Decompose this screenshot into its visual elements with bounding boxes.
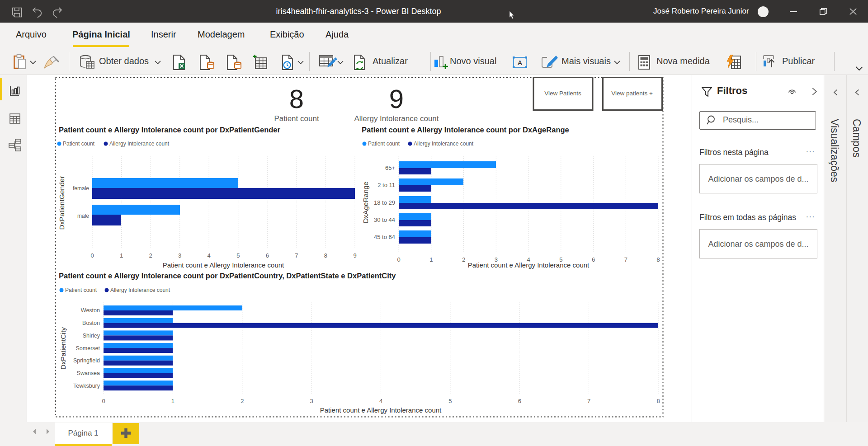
svg-text:Patient count e Allergy Intole: Patient count e Allergy Intolerance coun…: [468, 261, 590, 269]
svg-text:Patient count e Allergy Intole: Patient count e Allergy Intolerance coun…: [59, 126, 280, 134]
svg-text:9: 9: [389, 84, 404, 113]
svg-text:female: female: [73, 185, 89, 192]
svg-text:8: 8: [289, 84, 304, 113]
svg-text:7: 7: [587, 398, 590, 404]
svg-text:8: 8: [656, 398, 660, 404]
svg-text:Shirley: Shirley: [83, 333, 100, 339]
svg-text:Patient count: Patient count: [274, 114, 319, 123]
svg-text:Tewksbury: Tewksbury: [73, 383, 100, 389]
svg-text:Patient count e Allergy Intole: Patient count e Allergy Intolerance coun…: [362, 126, 569, 134]
svg-text:1: 1: [171, 398, 175, 404]
svg-text:male: male: [77, 213, 89, 219]
svg-text:2: 2: [149, 252, 152, 259]
svg-text:View patients +: View patients +: [611, 90, 653, 97]
svg-text:6: 6: [518, 398, 521, 404]
svg-text:Patient count: Patient count: [63, 141, 95, 147]
svg-text:3: 3: [178, 252, 181, 259]
svg-text:30 to 44: 30 to 44: [374, 216, 395, 223]
svg-text:DxAgeRange: DxAgeRange: [362, 182, 369, 223]
svg-text:Patient count e Allergy Intole: Patient count e Allergy Intolerance coun…: [163, 261, 284, 269]
svg-text:View Patients: View Patients: [544, 90, 581, 97]
svg-text:Somerset: Somerset: [76, 345, 100, 352]
svg-text:8: 8: [656, 256, 660, 263]
svg-text:45 to 64: 45 to 64: [374, 234, 395, 240]
svg-text:18 to 29: 18 to 29: [374, 199, 395, 206]
svg-text:DxPatientCity: DxPatientCity: [59, 327, 67, 370]
svg-text:4: 4: [208, 252, 211, 259]
svg-text:7: 7: [624, 256, 627, 263]
svg-text:5: 5: [236, 252, 240, 259]
svg-text:4: 4: [379, 398, 382, 404]
svg-text:Allergy Intolerance count: Allergy Intolerance count: [110, 287, 170, 293]
svg-text:0: 0: [397, 256, 400, 263]
svg-text:A: A: [518, 59, 522, 66]
svg-text:6: 6: [266, 252, 269, 259]
svg-text:1: 1: [429, 256, 433, 263]
svg-text:Swansea: Swansea: [77, 370, 100, 376]
svg-text:8: 8: [324, 252, 327, 259]
svg-text:Allergy Intolerance count: Allergy Intolerance count: [109, 141, 170, 147]
svg-text:Patient count: Patient count: [65, 287, 97, 293]
svg-text:2: 2: [462, 256, 465, 263]
svg-text:Boston: Boston: [82, 320, 100, 326]
svg-text:Allergy Intolerance count: Allergy Intolerance count: [414, 141, 474, 147]
svg-text:DxPatientGender: DxPatientGender: [58, 176, 66, 230]
svg-text:0: 0: [102, 398, 105, 404]
svg-text:2: 2: [241, 398, 244, 404]
svg-text:2 to 11: 2 to 11: [377, 182, 395, 188]
svg-text:9: 9: [353, 252, 356, 259]
svg-text:Patient count e Allergy Intole: Patient count e Allergy Intolerance coun…: [320, 406, 442, 414]
svg-text:5: 5: [448, 398, 452, 404]
svg-text:Weston: Weston: [81, 307, 100, 314]
svg-text:Patient count: Patient count: [368, 141, 400, 147]
svg-text:3: 3: [310, 398, 313, 404]
svg-text:65+: 65+: [385, 164, 395, 171]
svg-text:7: 7: [295, 252, 298, 259]
svg-text:0: 0: [90, 252, 94, 259]
svg-text:1: 1: [120, 252, 123, 259]
svg-text:Springfield: Springfield: [73, 357, 100, 364]
svg-text:Allergy Intolerance count: Allergy Intolerance count: [354, 114, 439, 123]
svg-text:Patient count e Allergy Intole: Patient count e Allergy Intolerance coun…: [59, 272, 396, 280]
svg-text:6: 6: [592, 256, 595, 263]
